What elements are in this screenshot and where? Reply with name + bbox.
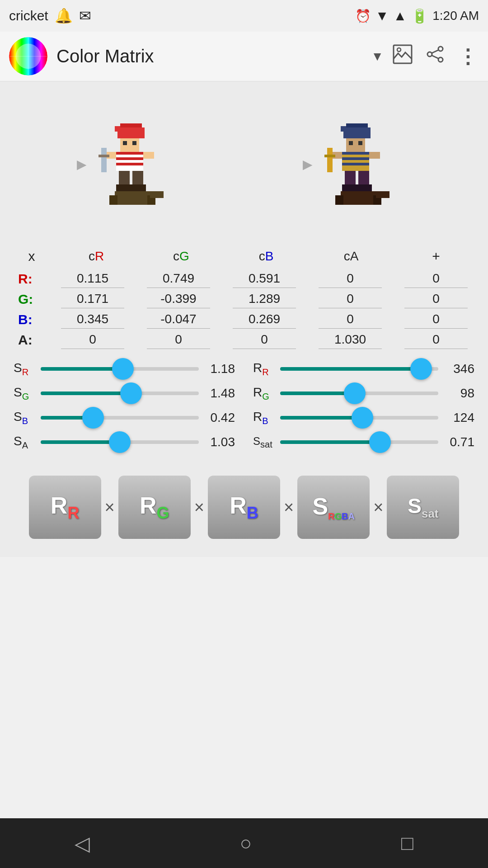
- cell-a-ca[interactable]: [316, 330, 384, 349]
- modified-sprite-container: ▶: [316, 121, 398, 219]
- svg-rect-54: [376, 191, 389, 198]
- matrix-section: x cR cG cB cA + R: G:: [0, 244, 488, 355]
- cell-a-cr[interactable]: [59, 330, 127, 349]
- slider-track-sa[interactable]: [41, 433, 199, 451]
- svg-rect-33: [346, 123, 368, 127]
- slider-label-sa: SA: [14, 434, 36, 451]
- svg-rect-50: [358, 184, 372, 191]
- slider-track-rb[interactable]: [280, 409, 438, 427]
- original-sprite: [90, 121, 172, 216]
- svg-point-7: [427, 52, 432, 57]
- svg-rect-17: [116, 152, 143, 171]
- cell-r-cr[interactable]: [59, 269, 127, 288]
- slider-value-rr: 346: [443, 362, 474, 376]
- svg-rect-13: [115, 126, 120, 132]
- slider-track-rr[interactable]: [280, 360, 438, 378]
- row-label-g: G:: [18, 292, 41, 307]
- slider-rg: RG 98: [253, 384, 474, 402]
- cell-g-cb[interactable]: [230, 290, 298, 308]
- cell-a-cb[interactable]: [230, 330, 298, 349]
- svg-rect-45: [327, 148, 333, 172]
- cell-b-cb[interactable]: [230, 310, 298, 329]
- cell-g-cr[interactable]: [59, 290, 127, 308]
- recent-button[interactable]: □: [401, 832, 413, 854]
- svg-rect-34: [343, 127, 371, 138]
- svg-rect-46: [324, 155, 335, 157]
- slider-group: SR 1.18 SG: [14, 360, 474, 458]
- btn-rr[interactable]: RR: [29, 476, 101, 539]
- col-header-cg: cG: [147, 249, 215, 264]
- sliders-section: SR 1.18 SG: [0, 355, 488, 467]
- gallery-icon[interactable]: [393, 44, 413, 68]
- cell-r-plus[interactable]: [402, 269, 470, 288]
- share-icon[interactable]: [426, 45, 444, 67]
- cell-g-cg[interactable]: [145, 290, 212, 308]
- color-wheel-icon: [9, 37, 47, 75]
- svg-rect-42: [342, 163, 369, 165]
- btn-rb[interactable]: RB: [208, 476, 280, 539]
- svg-rect-15: [123, 141, 127, 145]
- svg-rect-35: [341, 126, 346, 132]
- cell-a-cg[interactable]: [145, 330, 212, 349]
- svg-rect-4: [394, 45, 412, 63]
- svg-rect-32: [150, 191, 164, 198]
- left-arrow-mod: ▶: [303, 157, 313, 172]
- app-bar: Color Matrix ▼ ⋮: [0, 32, 488, 81]
- cell-b-plus[interactable]: [402, 310, 470, 329]
- col-header-x: x: [18, 249, 45, 264]
- more-options-icon[interactable]: ⋮: [458, 45, 479, 68]
- app-name: cricket: [9, 8, 48, 24]
- back-button[interactable]: ◁: [75, 832, 90, 855]
- svg-rect-24: [99, 155, 109, 157]
- col-header-plus: +: [402, 249, 470, 264]
- svg-rect-30: [109, 195, 117, 205]
- dropdown-arrow-icon[interactable]: ▼: [371, 49, 384, 64]
- slider-track-sr[interactable]: [41, 360, 199, 378]
- col-header-ca: cA: [317, 249, 385, 264]
- svg-point-6: [438, 47, 443, 51]
- row-label-b: B:: [18, 312, 41, 327]
- btn-ssat[interactable]: Ssat: [387, 476, 459, 539]
- slider-label-ssat: Ssat: [253, 435, 276, 450]
- slider-label-sg: SG: [14, 385, 36, 402]
- svg-rect-27: [116, 184, 132, 191]
- cell-b-cg[interactable]: [145, 310, 212, 329]
- cell-b-cr[interactable]: [59, 310, 127, 329]
- notification-icon: 🔔: [55, 7, 73, 24]
- matrix-row-g: G:: [14, 290, 474, 308]
- left-sliders: SR 1.18 SG: [14, 360, 235, 458]
- cell-a-plus[interactable]: [402, 330, 470, 349]
- multiply-4: ×: [370, 498, 387, 517]
- svg-rect-52: [335, 195, 343, 205]
- cell-g-ca[interactable]: [316, 290, 384, 308]
- nav-bar: ◁ ○ □: [0, 818, 488, 868]
- slider-label-rr: RR: [253, 361, 276, 377]
- status-bar: cricket 🔔 ✉ ⏰ ▼ ▲ 🔋 1:20 AM: [0, 0, 488, 32]
- btn-srgba[interactable]: SRGBA: [297, 476, 370, 539]
- home-button[interactable]: ○: [239, 832, 252, 854]
- email-icon: ✉: [79, 7, 91, 24]
- btn-rg[interactable]: RG: [118, 476, 191, 539]
- slider-track-ssat[interactable]: [280, 433, 438, 451]
- signal-icon: ▲: [394, 8, 407, 24]
- svg-rect-16: [132, 141, 136, 145]
- cell-g-plus[interactable]: [402, 290, 470, 308]
- slider-track-rg[interactable]: [280, 384, 438, 402]
- image-preview-section: ▶: [0, 90, 488, 244]
- svg-rect-18: [116, 152, 143, 155]
- time-display: 1:20 AM: [432, 9, 479, 23]
- cell-r-ca[interactable]: [316, 269, 384, 288]
- slider-value-sg: 1.48: [203, 386, 235, 401]
- multiply-1: ×: [101, 498, 118, 517]
- svg-rect-39: [342, 152, 369, 171]
- battery-icon: 🔋: [411, 8, 428, 24]
- slider-track-sb[interactable]: [41, 409, 199, 427]
- cell-b-ca[interactable]: [316, 310, 384, 329]
- svg-rect-11: [120, 123, 142, 127]
- slider-track-sg[interactable]: [41, 384, 199, 402]
- slider-label-sb: SB: [14, 410, 36, 426]
- col-header-cr: cR: [62, 249, 130, 264]
- app-bar-actions: ⋮: [393, 44, 479, 68]
- cell-r-cg[interactable]: [145, 269, 212, 288]
- cell-r-cb[interactable]: [230, 269, 298, 288]
